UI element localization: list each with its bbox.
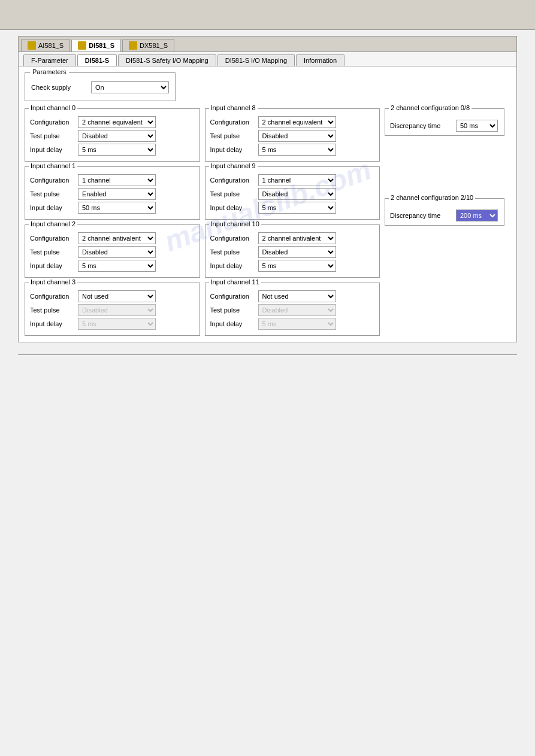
ch8-inputdelay-select[interactable]: 5 ms 10 ms 20 ms 50 ms 100 ms 200 ms [258, 144, 336, 156]
check-supply-row: Check supply On Off [31, 81, 169, 93]
ch0-testpulse-row: Test pulse Disabled Enabled [30, 130, 195, 142]
channel-config-210-group: 2 channel configuration 2/10 Discrepancy… [385, 198, 504, 226]
ch1-config-select[interactable]: 2 channel equivalent 2 channel antivalen… [78, 174, 156, 186]
input-channel-0-title: Input channel 0 [29, 104, 77, 111]
input-channel-1-title: Input channel 1 [29, 162, 77, 169]
nav-tab-di581s-main[interactable]: DI581-S [77, 54, 117, 66]
ch10-inputdelay-select[interactable]: 5 ms 10 ms 20 ms 50 ms 100 ms 200 ms [258, 260, 336, 272]
tab-di581s-label: DI581_S [89, 42, 114, 49]
disc-210-row: Discrepancy time 5 ms 10 ms 20 ms 50 ms … [390, 210, 499, 221]
tab-dx581s-icon [129, 41, 137, 50]
ch11-testpulse-row: Test pulse Disabled Enabled [210, 304, 375, 316]
ch9-inputdelay-label: Input delay [210, 204, 258, 211]
channels-layout: Input channel 0 Configuration 2 channel … [25, 108, 510, 336]
input-channel-11-group: Input channel 11 Configuration 2 channel… [205, 283, 380, 336]
top-bar [0, 0, 535, 30]
ch2-testpulse-label: Test pulse [30, 248, 78, 256]
tab-di581s[interactable]: DI581_S [71, 39, 121, 51]
ch11-config-label: Configuration [210, 293, 258, 300]
ch8-inputdelay-row: Input delay 5 ms 10 ms 20 ms 50 ms 100 m… [210, 144, 375, 156]
ch1-testpulse-row: Test pulse Disabled Enabled [30, 188, 195, 200]
tab-dx581s[interactable]: DX581_S [122, 39, 174, 51]
ch8-config-row: Configuration 2 channel equivalent 2 cha… [210, 116, 375, 128]
ch8-inputdelay-label: Input delay [210, 146, 258, 153]
nav-tab-di581s-main-label: DI581-S [85, 57, 109, 64]
ch9-inputdelay-row: Input delay 5 ms 10 ms 20 ms 50 ms 100 m… [210, 202, 375, 214]
ch0-testpulse-label: Test pulse [30, 132, 78, 139]
disc-08-select[interactable]: 5 ms 10 ms 20 ms 50 ms 100 ms 200 ms [456, 120, 498, 132]
middle-channels-col: Input channel 8 Configuration 2 channel … [205, 108, 380, 336]
input-channel-8-group: Input channel 8 Configuration 2 channel … [205, 108, 380, 162]
ch8-testpulse-select[interactable]: Disabled Enabled [258, 130, 336, 142]
ch2-testpulse-select[interactable]: Disabled Enabled [78, 246, 156, 258]
input-channel-3-title: Input channel 3 [29, 278, 77, 286]
ch11-inputdelay-label: Input delay [210, 320, 258, 327]
nav-tab-fparam[interactable]: F-Parameter [23, 54, 76, 66]
ch3-inputdelay-row: Input delay 5 ms 10 ms [30, 318, 195, 330]
ch1-testpulse-label: Test pulse [30, 190, 78, 198]
ch10-testpulse-select[interactable]: Disabled Enabled [258, 246, 336, 258]
input-channel-0-group: Input channel 0 Configuration 2 channel … [25, 108, 200, 162]
tab-ai581s[interactable]: AI581_S [21, 39, 70, 51]
nav-tab-information[interactable]: Information [296, 54, 344, 66]
ch11-config-select[interactable]: 2 channel equivalent 2 channel antivalen… [258, 290, 336, 302]
check-supply-label: Check supply [31, 84, 91, 91]
ch2-inputdelay-select[interactable]: 5 ms 10 ms 20 ms 50 ms 100 ms 200 ms [78, 260, 156, 272]
ch3-config-select[interactable]: 2 channel equivalent 2 channel antivalen… [78, 290, 156, 302]
input-channel-1-group: Input channel 1 Configuration 2 channel … [25, 166, 200, 220]
ch10-config-row: Configuration 2 channel equivalent 2 cha… [210, 232, 375, 244]
parameters-group: Parameters Check supply On Off [25, 72, 176, 101]
tab-dx581s-label: DX581_S [140, 42, 168, 49]
ch1-config-row: Configuration 2 channel equivalent 2 cha… [30, 174, 195, 186]
tab-di581s-icon [78, 41, 86, 50]
ch8-config-select[interactable]: 2 channel equivalent 2 channel antivalen… [258, 116, 336, 128]
ch9-config-select[interactable]: 2 channel equivalent 2 channel antivalen… [258, 174, 336, 186]
ch2-testpulse-row: Test pulse Disabled Enabled [30, 246, 195, 258]
ch10-config-label: Configuration [210, 235, 258, 242]
ch3-testpulse-row: Test pulse Disabled Enabled [30, 304, 195, 316]
channel-config-210-title: 2 channel configuration 2/10 [389, 194, 475, 201]
ch8-testpulse-label: Test pulse [210, 132, 258, 139]
ch11-inputdelay-row: Input delay 5 ms 10 ms [210, 318, 375, 330]
left-channels-col: Input channel 0 Configuration 2 channel … [25, 108, 200, 336]
ch1-testpulse-select[interactable]: Disabled Enabled [78, 188, 156, 200]
ch11-testpulse-label: Test pulse [210, 306, 258, 314]
ch11-config-row: Configuration 2 channel equivalent 2 cha… [210, 290, 375, 302]
disc-210-label: Discrepancy time [390, 212, 456, 219]
ch10-inputdelay-row: Input delay 5 ms 10 ms 20 ms 50 ms 100 m… [210, 260, 375, 272]
nav-tab-di581s-safety-label: DI581-S Safety I/O Mapping [126, 57, 208, 64]
ch10-config-select[interactable]: 2 channel equivalent 2 channel antivalen… [258, 232, 336, 244]
ch9-inputdelay-select[interactable]: 5 ms 10 ms 20 ms 50 ms 100 ms 200 ms [258, 202, 336, 214]
ch2-config-label: Configuration [30, 235, 78, 242]
nav-tab-di581s-safety[interactable]: DI581-S Safety I/O Mapping [118, 54, 216, 66]
ch2-config-row: Configuration 2 channel equivalent 2 cha… [30, 232, 195, 244]
ch9-config-row: Configuration 2 channel equivalent 2 cha… [210, 174, 375, 186]
ch0-testpulse-select[interactable]: Disabled Enabled [78, 130, 156, 142]
ch0-inputdelay-select[interactable]: 5 ms 10 ms 20 ms 50 ms 100 ms 200 ms [78, 144, 156, 156]
ch1-inputdelay-select[interactable]: 5 ms 10 ms 20 ms 50 ms 100 ms 200 ms [78, 202, 156, 214]
main-container: AI581_S DI581_S DX581_S F-Parameter DI58… [18, 36, 517, 342]
ch2-inputdelay-row: Input delay 5 ms 10 ms 20 ms 50 ms 100 m… [30, 260, 195, 272]
input-channel-9-title: Input channel 9 [209, 162, 258, 169]
ch3-config-row: Configuration 2 channel equivalent 2 cha… [30, 290, 195, 302]
tab-ai581s-icon [28, 41, 36, 50]
ch1-inputdelay-row: Input delay 5 ms 10 ms 20 ms 50 ms 100 m… [30, 202, 195, 214]
disc-08-label: Discrepancy time [390, 122, 456, 129]
ch10-testpulse-label: Test pulse [210, 248, 258, 256]
ch0-config-select[interactable]: 2 channel equivalent 2 channel antivalen… [78, 116, 156, 128]
input-channel-3-group: Input channel 3 Configuration 2 channel … [25, 283, 200, 336]
ch11-inputdelay-select: 5 ms 10 ms [258, 318, 336, 330]
ch9-testpulse-select[interactable]: Disabled Enabled [258, 188, 336, 200]
disc-210-select[interactable]: 5 ms 10 ms 20 ms 50 ms 100 ms 200 ms [456, 210, 498, 221]
check-supply-select[interactable]: On Off [91, 81, 169, 93]
ch3-config-label: Configuration [30, 293, 78, 300]
nav-tab-di581s-io[interactable]: DI581-S I/O Mapping [217, 54, 295, 66]
ch0-inputdelay-label: Input delay [30, 146, 78, 153]
ch3-inputdelay-label: Input delay [30, 320, 78, 327]
channel-config-08-group: 2 channel configuration 0/8 Discrepancy … [385, 108, 504, 136]
ch2-config-select[interactable]: 2 channel equivalent 2 channel antivalen… [78, 232, 156, 244]
nav-tab-fparam-label: F-Parameter [31, 57, 68, 64]
input-channel-10-title: Input channel 10 [209, 220, 261, 227]
ch10-inputdelay-label: Input delay [210, 262, 258, 269]
ch0-inputdelay-row: Input delay 5 ms 10 ms 20 ms 50 ms 100 m… [30, 144, 195, 156]
